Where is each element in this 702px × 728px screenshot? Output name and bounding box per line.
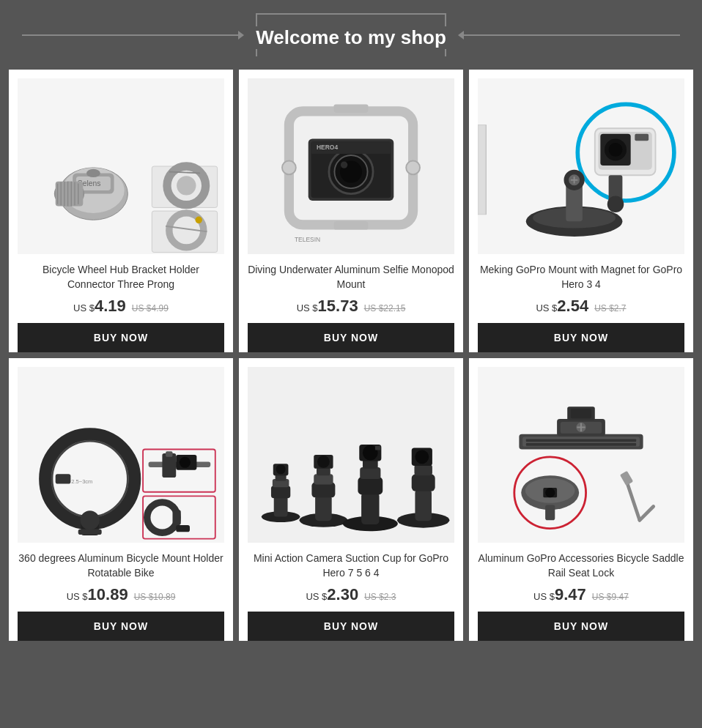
original-price: US $2.3: [364, 592, 396, 602]
svg-text:TELESIN: TELESIN: [295, 236, 320, 243]
svg-point-67: [180, 457, 191, 468]
svg-line-117: [626, 479, 640, 520]
current-price: US $2.30: [306, 585, 358, 604]
svg-rect-96: [412, 474, 435, 491]
svg-rect-93: [375, 446, 381, 450]
svg-rect-81: [311, 483, 335, 498]
product-card-saddle: Aluminum GoPro Accessories Bicycle Saddl…: [469, 358, 693, 641]
svg-point-42: [609, 143, 623, 157]
product-price-diving: US $15.73 US $22.15: [297, 297, 406, 316]
svg-rect-33: [334, 221, 369, 229]
product-title-bicycle-360: 360 degrees Aluminum Bicycle Mount Holde…: [18, 551, 224, 581]
current-price: US $9.47: [533, 585, 586, 604]
svg-rect-53: [478, 125, 486, 215]
svg-rect-87: [361, 493, 379, 524]
svg-point-17: [177, 176, 196, 195]
svg-point-78: [276, 464, 286, 474]
svg-rect-103: [526, 443, 636, 446]
current-price: US $4.19: [73, 297, 126, 316]
current-price: US $2.54: [536, 297, 588, 316]
svg-rect-74: [271, 486, 290, 498]
svg-point-85: [317, 456, 330, 468]
product-card-hub-bracket: Selens: [9, 70, 233, 352]
svg-point-116: [545, 488, 555, 497]
svg-point-14: [86, 169, 100, 177]
product-price-bicycle-360: US $10.89 US $10.89: [67, 585, 176, 604]
svg-rect-70: [173, 510, 181, 525]
original-price: US $10.89: [134, 592, 176, 602]
product-image-hub-bracket: Selens: [18, 78, 224, 254]
product-title-saddle: Aluminum GoPro Accessories Bicycle Saddl…: [478, 551, 684, 581]
svg-rect-65: [166, 451, 172, 457]
product-card-gopro-magnet: Meking GoPro Mount with Magnet for GoPro…: [469, 70, 693, 352]
svg-point-99: [415, 450, 429, 464]
product-card-diving: HERO4 TELESIN Diving Underwater Aluminum…: [239, 70, 463, 352]
product-title-suction: Mini Action Camera Suction Cup for GoPro…: [248, 551, 454, 581]
svg-point-45: [607, 196, 624, 212]
svg-rect-43: [635, 134, 649, 141]
product-grid: Selens: [0, 64, 702, 653]
svg-rect-114: [545, 505, 555, 521]
product-image-suction: [248, 367, 454, 543]
buy-now-button-suction[interactable]: BUY NOW: [248, 612, 454, 641]
svg-rect-32: [334, 104, 369, 112]
svg-point-35: [406, 160, 420, 174]
product-price-gopro-magnet: US $2.54 US $2.7: [536, 297, 626, 316]
product-image-saddle: [478, 367, 684, 543]
svg-rect-60: [78, 530, 102, 535]
svg-rect-57: [56, 474, 71, 483]
svg-rect-71: [176, 525, 190, 532]
header-left-decoration: [22, 31, 244, 40]
product-card-suction: Mini Action Camera Suction Cup for GoPro…: [239, 358, 463, 641]
svg-text:2.5~3cm: 2.5~3cm: [71, 478, 92, 485]
product-image-diving: HERO4 TELESIN: [248, 78, 454, 254]
product-title-gopro-magnet: Meking GoPro Mount with Magnet for GoPro…: [478, 263, 684, 292]
svg-text:HERO4: HERO4: [317, 144, 338, 151]
svg-point-29: [341, 161, 347, 168]
product-title-diving: Diving Underwater Aluminum Selfie Monopo…: [248, 263, 454, 292]
header-title-wrapper: Welcome to my shop: [256, 13, 446, 56]
svg-rect-110: [571, 409, 591, 418]
product-image-gopro-magnet: [478, 78, 684, 254]
original-price: US $9.47: [592, 592, 629, 602]
buy-now-button-gopro-magnet[interactable]: BUY NOW: [478, 323, 684, 352]
page-header: Welcome to my shop: [0, 0, 702, 64]
product-price-saddle: US $9.47 US $9.47: [533, 585, 629, 604]
product-card-bicycle-360: 2.5~3cm: [9, 358, 233, 641]
product-price-suction: US $2.30 US $2.3: [306, 585, 396, 604]
svg-rect-82: [314, 474, 333, 484]
svg-rect-64: [162, 453, 176, 478]
svg-point-34: [282, 160, 296, 174]
svg-rect-89: [360, 467, 380, 479]
current-price: US $10.89: [67, 585, 128, 604]
svg-rect-88: [358, 477, 383, 494]
product-price-hub-bracket: US $4.19 US $4.99: [73, 297, 169, 316]
svg-rect-80: [315, 495, 332, 521]
buy-now-button-saddle[interactable]: BUY NOW: [478, 612, 684, 641]
original-price: US $2.7: [594, 303, 626, 313]
product-title-hub-bracket: Bicycle Wheel Hub Bracket Holder Connect…: [18, 263, 224, 292]
original-price: US $4.99: [132, 303, 169, 313]
product-image-bicycle-360: 2.5~3cm: [18, 367, 224, 543]
svg-point-21: [196, 217, 202, 223]
buy-now-button-hub-bracket[interactable]: BUY NOW: [18, 323, 224, 352]
svg-rect-6: [56, 182, 84, 207]
svg-rect-97: [414, 464, 432, 475]
page-title: Welcome to my shop: [256, 26, 446, 49]
svg-rect-73: [274, 496, 288, 516]
svg-rect-102: [526, 439, 636, 442]
svg-point-61: [81, 510, 100, 530]
current-price: US $15.73: [297, 297, 358, 316]
buy-now-button-bicycle-360[interactable]: BUY NOW: [18, 612, 224, 641]
original-price: US $22.15: [364, 303, 406, 313]
svg-rect-95: [415, 489, 432, 521]
svg-rect-119: [620, 471, 633, 486]
header-right-decoration: [458, 31, 680, 40]
buy-now-button-diving[interactable]: BUY NOW: [248, 323, 454, 352]
svg-line-118: [640, 507, 654, 521]
